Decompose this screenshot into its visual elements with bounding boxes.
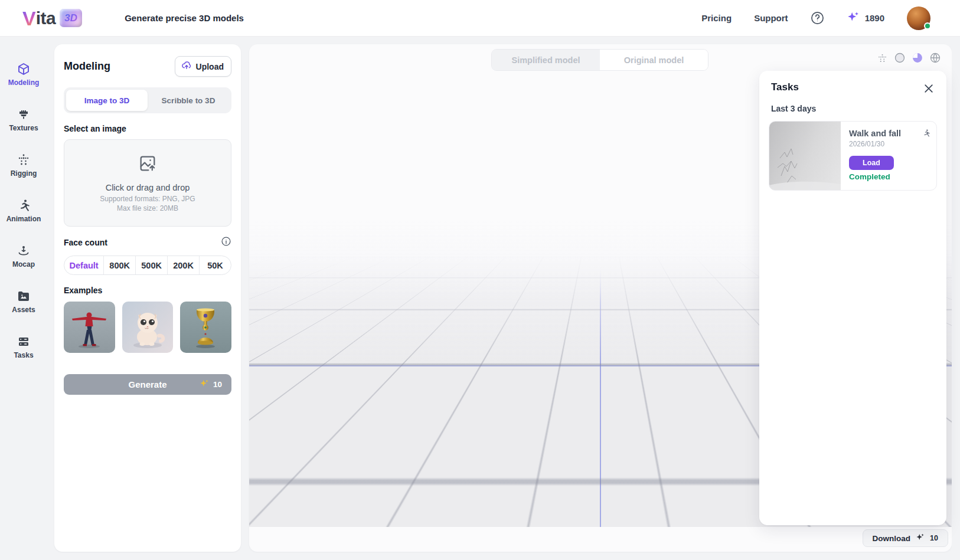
face-count-50k[interactable]: 50K <box>200 256 231 274</box>
logo-letter-v: V <box>22 8 36 28</box>
task-title: Walk and fall <box>849 129 929 138</box>
example-thumbnails <box>64 302 231 353</box>
tasks-icon <box>17 335 31 349</box>
image-dropzone[interactable]: Click or drag and drop Supported formats… <box>64 139 231 227</box>
download-cost: 10 <box>930 534 938 542</box>
tab-scribble-to-3d[interactable]: Scribble to 3D <box>148 90 229 111</box>
globe-icon[interactable] <box>929 52 941 64</box>
upload-cloud-icon <box>181 60 192 73</box>
tab-image-to-3d[interactable]: Image to 3D <box>66 90 148 111</box>
tasks-filter-label: Last 3 days <box>769 104 937 113</box>
shading-icon[interactable] <box>912 52 923 64</box>
sidebar-item-modeling[interactable]: Modeling <box>0 62 47 87</box>
sidebar-item-tasks[interactable]: Tasks <box>0 335 47 359</box>
generate-button-label: Generate <box>128 379 166 389</box>
running-icon <box>922 129 930 140</box>
mocap-icon <box>17 244 31 258</box>
task-status-badge: Completed <box>849 172 929 181</box>
assets-icon <box>17 289 31 303</box>
upload-button-label: Upload <box>196 62 224 71</box>
dropzone-formats: Supported formats: PNG, JPG <box>100 195 195 203</box>
download-button-label: Download <box>873 534 911 543</box>
load-button[interactable]: Load <box>849 156 894 170</box>
example-cat[interactable] <box>122 302 174 353</box>
info-icon[interactable] <box>221 236 231 249</box>
dropzone-hint: Click or drag and drop <box>106 183 190 192</box>
tab-simplified-model[interactable]: Simplified model <box>492 50 600 70</box>
example-chalice[interactable] <box>180 302 231 353</box>
image-upload-icon <box>138 153 158 176</box>
sidebar-item-animation[interactable]: Animation <box>0 198 47 223</box>
sparkle-icon <box>916 533 925 543</box>
credits-balance[interactable]: 1890 <box>847 11 884 26</box>
sparkle-icon <box>847 11 860 26</box>
cube-icon <box>17 62 31 76</box>
window-scroll-gutter <box>952 37 960 560</box>
rig-icon <box>17 153 31 167</box>
model-view-tabs: Simplified model Original model <box>491 49 708 71</box>
sidebar: Modeling Textures Rigging <box>0 37 47 560</box>
sidebar-item-rigging[interactable]: Rigging <box>0 153 47 178</box>
logo-3d-cube-icon: 3D <box>60 9 82 27</box>
brush-icon <box>17 107 31 122</box>
credits-count: 1890 <box>865 13 884 23</box>
upload-button[interactable]: Upload <box>175 56 231 77</box>
online-status-dot <box>924 22 931 30</box>
face-count-200k[interactable]: 200K <box>168 256 200 274</box>
example-spiderman[interactable] <box>64 302 115 353</box>
generate-button[interactable]: Generate 10 <box>64 374 231 395</box>
sparkle-icon <box>200 379 209 390</box>
task-thumbnail <box>769 122 841 190</box>
modeling-panel: Modeling Upload Image to 3D Scribble to … <box>54 44 241 552</box>
nav-support[interactable]: Support <box>754 13 788 23</box>
select-image-label: Select an image <box>64 124 231 133</box>
examples-label: Examples <box>64 286 231 295</box>
face-count-options: Default 800K 500K 200K 50K <box>64 256 231 275</box>
face-count-800k[interactable]: 800K <box>104 256 136 274</box>
sidebar-item-textures[interactable]: Textures <box>0 107 47 132</box>
logo-text: ita <box>36 8 56 28</box>
face-count-500k[interactable]: 500K <box>136 256 168 274</box>
help-icon[interactable] <box>811 11 824 25</box>
close-icon[interactable] <box>923 83 935 94</box>
panel-title: Modeling <box>64 60 110 73</box>
generate-cost: 10 <box>213 380 222 389</box>
header-right: Pricing Support 1890 <box>701 6 930 30</box>
rig-icon[interactable] <box>876 52 888 64</box>
dropzone-max-size: Max file size: 20MB <box>117 204 178 212</box>
app-header: Vita 3D Generate precise 3D models Prici… <box>0 0 960 37</box>
sidebar-item-mocap[interactable]: Mocap <box>0 244 47 268</box>
viewport-toolbar <box>876 52 941 64</box>
tasks-panel: Tasks Last 3 days <box>759 71 946 525</box>
task-date: 2026/01/30 <box>849 140 929 148</box>
tasks-panel-title: Tasks <box>771 81 799 93</box>
vita3d-logo[interactable]: Vita 3D <box>22 8 82 28</box>
task-item[interactable]: Walk and fall 2026/01/30 Load Completed <box>769 121 937 191</box>
sidebar-item-assets[interactable]: Assets <box>0 289 47 314</box>
face-count-default[interactable]: Default <box>64 256 104 274</box>
download-button[interactable]: Download 10 <box>863 529 948 547</box>
tab-original-model[interactable]: Original model <box>600 50 708 70</box>
mode-tabs: Image to 3D Scribble to 3D <box>64 87 231 113</box>
face-count-label: Face count <box>64 238 107 247</box>
nav-pricing[interactable]: Pricing <box>701 13 732 23</box>
user-avatar[interactable] <box>907 6 930 30</box>
header-tagline: Generate precise 3D models <box>125 13 244 23</box>
circle-icon[interactable] <box>894 52 906 64</box>
app-root: Vita 3D Generate precise 3D models Prici… <box>0 0 960 560</box>
running-icon <box>17 198 31 212</box>
